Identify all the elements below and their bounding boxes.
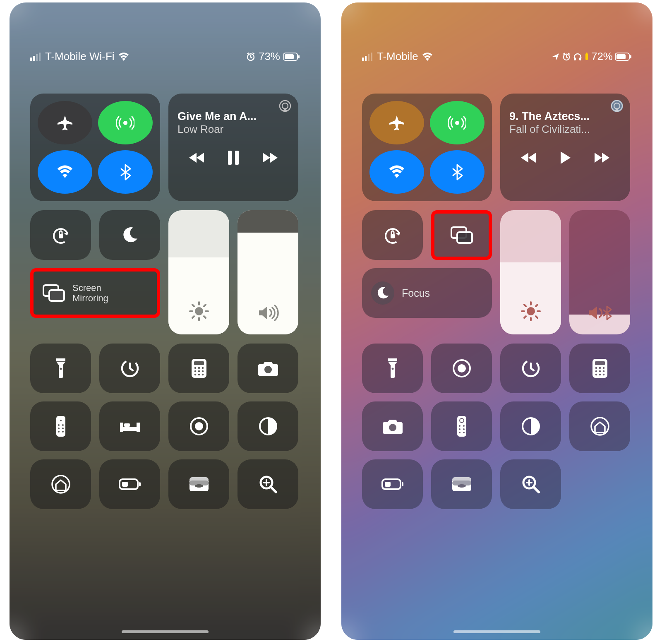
apple-tv-remote-button[interactable] bbox=[431, 401, 492, 451]
home-button[interactable] bbox=[569, 401, 630, 451]
focus-button[interactable]: Focus bbox=[362, 268, 492, 318]
toggle-grid bbox=[30, 344, 300, 509]
volume-slider[interactable] bbox=[237, 210, 298, 334]
airplane-mode-button[interactable] bbox=[38, 101, 92, 144]
focus-label: Focus bbox=[402, 287, 430, 299]
svg-point-86 bbox=[599, 367, 601, 369]
svg-rect-64 bbox=[585, 53, 588, 60]
status-bar: T-Mobile 72% bbox=[341, 2, 652, 69]
headphones-icon bbox=[573, 53, 582, 61]
flashlight-button[interactable] bbox=[362, 344, 423, 393]
svg-point-55 bbox=[195, 484, 203, 488]
screen-mirroring-button[interactable] bbox=[431, 210, 492, 260]
brightness-slider[interactable] bbox=[500, 210, 561, 334]
screen-record-button[interactable] bbox=[168, 401, 229, 451]
play-button[interactable] bbox=[559, 151, 571, 165]
brightness-icon bbox=[520, 300, 542, 322]
wifi-button[interactable] bbox=[369, 150, 424, 194]
svg-point-91 bbox=[595, 374, 597, 376]
svg-rect-107 bbox=[402, 482, 403, 486]
svg-point-25 bbox=[201, 367, 204, 369]
timer-button[interactable] bbox=[500, 344, 561, 393]
svg-point-81 bbox=[458, 364, 466, 372]
connectivity-module[interactable] bbox=[30, 94, 160, 201]
airplay-icon[interactable] bbox=[278, 99, 293, 113]
rewind-button[interactable] bbox=[188, 151, 206, 164]
location-icon bbox=[552, 53, 560, 61]
calculator-button[interactable] bbox=[168, 344, 229, 393]
svg-point-32 bbox=[264, 366, 272, 373]
svg-point-30 bbox=[198, 374, 200, 376]
toggle-grid bbox=[362, 344, 632, 509]
svg-point-24 bbox=[198, 367, 200, 369]
connectivity-module[interactable] bbox=[362, 94, 492, 201]
rotation-lock-button[interactable] bbox=[362, 210, 423, 260]
cellular-data-button[interactable] bbox=[430, 101, 485, 144]
svg-point-111 bbox=[458, 484, 466, 488]
svg-rect-44 bbox=[124, 423, 130, 427]
svg-rect-16 bbox=[49, 290, 64, 301]
brightness-slider[interactable] bbox=[168, 210, 229, 334]
svg-rect-12 bbox=[235, 151, 239, 165]
fast-forward-button[interactable] bbox=[261, 151, 278, 164]
svg-point-98 bbox=[463, 425, 465, 427]
rewind-button[interactable] bbox=[520, 151, 537, 164]
now-playing-module[interactable]: 9. The Aztecs... Fall of Civilizati... bbox=[500, 94, 630, 201]
magnifier-button[interactable] bbox=[500, 459, 561, 509]
screen-mirroring-label: ScreenMirroring bbox=[72, 283, 108, 304]
bluetooth-button[interactable] bbox=[98, 150, 153, 194]
svg-point-89 bbox=[599, 370, 601, 372]
home-button[interactable] bbox=[30, 459, 91, 509]
camera-button[interactable] bbox=[362, 401, 423, 451]
rotation-lock-button[interactable] bbox=[30, 210, 91, 260]
svg-point-94 bbox=[389, 424, 396, 431]
apple-tv-remote-button[interactable] bbox=[30, 401, 91, 451]
svg-rect-43 bbox=[137, 423, 140, 432]
phone-screenshot-2: T-Mobile 72% 9. The Aztecs... Fall of Ci… bbox=[341, 2, 652, 640]
camera-button[interactable] bbox=[237, 344, 298, 393]
svg-point-29 bbox=[194, 374, 196, 376]
svg-point-90 bbox=[602, 370, 604, 372]
airplay-icon[interactable] bbox=[609, 99, 624, 113]
battery-percent: 73% bbox=[259, 50, 280, 63]
now-playing-module[interactable]: Give Me an A... Low Roar bbox=[168, 94, 298, 201]
flashlight-button[interactable] bbox=[30, 344, 91, 393]
bluetooth-button[interactable] bbox=[430, 150, 485, 194]
dark-mode-button[interactable] bbox=[237, 401, 298, 451]
dark-mode-button[interactable] bbox=[500, 401, 561, 451]
svg-point-99 bbox=[459, 428, 461, 430]
svg-rect-67 bbox=[616, 54, 626, 59]
svg-rect-2 bbox=[36, 54, 38, 61]
cellular-data-button[interactable] bbox=[98, 101, 153, 144]
svg-point-101 bbox=[459, 432, 461, 433]
low-power-mode-button[interactable] bbox=[362, 459, 423, 509]
svg-point-34 bbox=[60, 420, 62, 421]
svg-rect-59 bbox=[368, 54, 369, 61]
cell-signal-icon bbox=[30, 53, 42, 61]
fast-forward-button[interactable] bbox=[593, 151, 610, 164]
svg-point-28 bbox=[201, 370, 204, 372]
wallet-button[interactable] bbox=[168, 459, 229, 509]
screen-record-button[interactable] bbox=[431, 344, 492, 393]
wallet-button[interactable] bbox=[431, 459, 492, 509]
alarm-icon bbox=[246, 52, 255, 61]
screen-mirroring-button[interactable]: ScreenMirroring bbox=[30, 268, 160, 318]
svg-rect-62 bbox=[574, 58, 576, 60]
status-bar: T-Mobile Wi-Fi 73% bbox=[10, 2, 321, 69]
low-power-mode-button[interactable] bbox=[99, 459, 160, 509]
home-indicator[interactable] bbox=[122, 630, 209, 633]
home-indicator[interactable] bbox=[453, 630, 540, 633]
volume-slider[interactable] bbox=[569, 210, 630, 334]
magnifier-button[interactable] bbox=[237, 459, 298, 509]
svg-rect-6 bbox=[285, 54, 294, 59]
svg-rect-11 bbox=[228, 151, 232, 165]
sleep-button[interactable] bbox=[99, 401, 160, 451]
screen-mirroring-icon bbox=[451, 226, 473, 244]
calculator-button[interactable] bbox=[569, 344, 630, 393]
svg-rect-3 bbox=[39, 53, 41, 61]
timer-button[interactable] bbox=[99, 344, 160, 393]
pause-button[interactable] bbox=[227, 151, 240, 165]
wifi-button[interactable] bbox=[38, 150, 92, 194]
airplane-mode-button[interactable] bbox=[369, 101, 424, 144]
do-not-disturb-button[interactable] bbox=[99, 210, 160, 260]
